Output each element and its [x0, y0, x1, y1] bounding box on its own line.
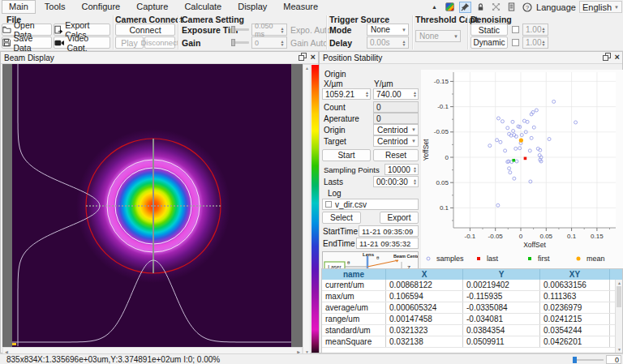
spin-arrows-icon[interactable]: ▲▼: [413, 166, 417, 173]
table-header-x: X: [386, 269, 463, 280]
gain-slider[interactable]: [231, 41, 249, 44]
table-scrollbar-thumb[interactable]: [617, 286, 621, 307]
y-origin-spinbox[interactable]: 740.00 ▲▼: [373, 88, 419, 100]
trigger-mode-select[interactable]: None ▼: [367, 24, 409, 36]
gain-slider-handle[interactable]: [231, 39, 235, 46]
table-row: max/um0.106594-0.1159350.111363: [322, 291, 622, 302]
table-cell: 0.00147458: [386, 314, 463, 324]
float-panel-icon[interactable]: [603, 53, 611, 61]
video-capture-button[interactable]: Video Capt.: [54, 36, 110, 49]
export-doc-icon: [54, 25, 62, 35]
target-select[interactable]: Centriod ▼: [373, 135, 419, 147]
log-file-checkbox[interactable]: [325, 201, 332, 208]
spin-arrows-icon[interactable]: ▲▼: [413, 91, 417, 97]
lasts-spinbox[interactable]: 00:00:30 ▲▼: [373, 176, 419, 187]
svg-text:mean: mean: [586, 255, 605, 263]
collapse-toolbar-icon[interactable]: ▲: [428, 2, 440, 13]
reset-label: Reset: [385, 151, 406, 160]
dynamic-denoise-checkbox[interactable]: [512, 39, 519, 46]
start-button[interactable]: Start: [322, 149, 371, 161]
save-data-button[interactable]: Save Data: [2, 36, 52, 49]
svg-text:θ: θ: [347, 260, 350, 265]
spin-arrows-icon[interactable]: ▲▼: [540, 37, 547, 48]
position-stability-panel: Position Stability × Origin X/µm Y/µm 10…: [319, 51, 623, 353]
gain-auto-label[interactable]: Gain Auto: [290, 38, 328, 48]
disconnect-button[interactable]: Disconnect: [144, 36, 175, 49]
svg-text:-0.15: -0.15: [434, 78, 449, 85]
svg-text:0.15: 0.15: [591, 233, 604, 240]
svg-text:Lens: Lens: [363, 252, 375, 257]
gain-label: Gain: [182, 38, 200, 48]
log-document-icon[interactable]: [505, 2, 518, 13]
menu-item-display[interactable]: Display: [230, 0, 274, 14]
dynamic-value: 1.00: [526, 38, 541, 47]
lasts-value: 00:00:30: [376, 178, 408, 186]
connect-button[interactable]: Connect: [115, 24, 175, 36]
beam-vertical-scrollbar[interactable]: ▲ ▼: [303, 64, 311, 356]
colormap-icon[interactable]: [444, 2, 456, 13]
table-scrollbar[interactable]: ▲ ▼: [615, 280, 622, 353]
play-button[interactable]: Play: [115, 36, 144, 49]
x-origin-spinbox[interactable]: 1059.21 ▲▼: [322, 88, 371, 100]
menu-item-measure[interactable]: Measure: [276, 0, 325, 14]
table-cell: max/um: [322, 291, 386, 302]
table-cell: 0.106594: [386, 291, 463, 302]
trigger-delay-spinbox[interactable]: 0.00s ▲▼: [367, 36, 409, 49]
start-time-label: StartTime: [323, 227, 358, 236]
threshold-select[interactable]: None ▼: [415, 30, 461, 42]
start-time-field: 11-21 09:35:09: [359, 225, 419, 237]
crosshair-off-icon[interactable]: [490, 2, 502, 13]
menu-item-tools[interactable]: Tools: [37, 0, 73, 14]
spin-arrows-icon[interactable]: ▲▼: [540, 24, 547, 35]
language-select[interactable]: English ▼: [579, 1, 622, 13]
export-button[interactable]: Export: [380, 212, 419, 224]
spin-arrows-icon[interactable]: ▲▼: [279, 24, 286, 35]
exposure-spinbox[interactable]: 0.050 ms ▲▼: [251, 24, 287, 36]
spin-arrows-icon[interactable]: ▲▼: [401, 37, 407, 48]
help-icon[interactable]: ?: [521, 2, 533, 13]
target-label: Target: [324, 137, 346, 146]
dynamic-denoise-button[interactable]: Dynamic: [470, 36, 508, 49]
position-stability-titlebar[interactable]: Position Stability ×: [320, 52, 622, 64]
table-cell: -0.0335084: [463, 302, 540, 313]
close-panel-icon[interactable]: ×: [615, 53, 620, 61]
spin-arrows-icon[interactable]: ▲▼: [413, 178, 417, 185]
count-label: Count: [324, 103, 346, 112]
gain-spinbox[interactable]: 0 ▲▼: [251, 36, 287, 49]
language-label: Language: [536, 2, 576, 12]
aperture-field: 0: [373, 113, 419, 124]
sampling-points-spinbox[interactable]: 10000 ▲▼: [385, 164, 419, 175]
end-time-value: 11-21 09:35:32: [359, 239, 410, 248]
float-panel-icon[interactable]: [299, 53, 307, 61]
reset-button[interactable]: Reset: [373, 149, 419, 161]
beam-image[interactable]: [12, 64, 291, 347]
close-panel-icon[interactable]: ×: [311, 53, 316, 61]
menu-item-main[interactable]: Main: [2, 0, 36, 14]
pin-icon[interactable]: [459, 2, 471, 13]
menu-item-capture[interactable]: Capture: [129, 0, 175, 14]
select-button[interactable]: Select: [322, 212, 361, 224]
table-header-y: Y: [463, 269, 540, 280]
exposure-value: 0.050 ms: [255, 22, 279, 38]
origin-select[interactable]: Centriod ▼: [373, 124, 419, 135]
static-denoise-spinbox[interactable]: 1.00 ▲▼: [522, 24, 548, 36]
table-cell: current/um: [322, 280, 386, 290]
status-slider[interactable]: [573, 359, 604, 361]
exposure-slider[interactable]: [231, 28, 249, 31]
select-label: Select: [330, 213, 353, 222]
dynamic-denoise-spinbox[interactable]: 1.00 ▲▼: [522, 36, 548, 49]
spin-arrows-icon[interactable]: ▲▼: [365, 91, 369, 97]
spin-arrows-icon[interactable]: ▲▼: [279, 37, 286, 48]
menu-item-calculate[interactable]: Calculate: [177, 0, 229, 14]
exposure-slider-handle[interactable]: [231, 26, 235, 33]
lock-icon[interactable]: [475, 2, 487, 13]
static-denoise-checkbox[interactable]: [512, 26, 519, 33]
intensity-colorbar: [312, 65, 319, 353]
menu-item-configure[interactable]: Configure: [75, 0, 128, 14]
static-denoise-button[interactable]: Static: [470, 24, 508, 36]
svg-text:samples: samples: [436, 255, 464, 263]
table-row: average/um0.000605324-0.03350840.0236979: [322, 302, 622, 314]
status-slider-handle[interactable]: [573, 357, 577, 363]
toolbar-separator: [326, 15, 327, 49]
beam-display-titlebar[interactable]: Beam Display ×: [1, 52, 318, 64]
